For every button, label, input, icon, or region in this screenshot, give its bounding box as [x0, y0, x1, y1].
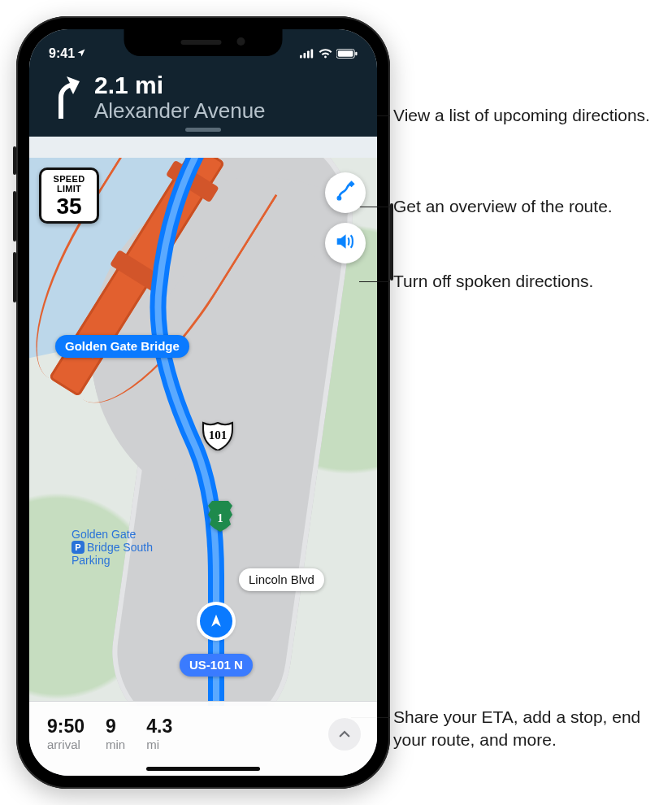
side-button [13, 252, 16, 302]
home-indicator[interactable] [146, 767, 260, 771]
next-turn-distance: 2.1 mi [94, 72, 266, 98]
highway-shield-ca1: 1 [206, 499, 234, 532]
current-road-pill: US-101 N [180, 654, 253, 677]
route-overview-button[interactable] [325, 172, 366, 213]
eta-metric: 9:50 arrival [47, 717, 85, 751]
cellular-icon [300, 49, 314, 59]
poi-line: PBridge South [72, 541, 153, 554]
distance-value: 4.3 [146, 717, 172, 736]
chevron-up-icon [337, 727, 352, 742]
screen: 9:41 2.1 mi Alexander Avenue [29, 29, 377, 776]
speed-limit-sign: SPEED LIMIT 35 [39, 168, 99, 224]
distance-label: mi [146, 738, 172, 751]
speed-limit-label: SPEED [41, 175, 97, 185]
svg-rect-3 [311, 49, 314, 58]
duration-value: 9 [106, 717, 125, 736]
route-tray[interactable]: 9:50 arrival 9 min 4.3 mi [29, 701, 377, 776]
svg-text:1: 1 [218, 512, 223, 524]
svg-rect-0 [300, 54, 302, 58]
callout-tray-expand: Share your ETA, add a stop, end your rou… [393, 706, 653, 752]
route-overview-icon [335, 181, 356, 205]
speaker-icon [335, 231, 356, 255]
poi-line: Golden Gate [72, 528, 153, 541]
next-turn-street: Alexander Avenue [94, 98, 266, 124]
poi-line: Parking [72, 554, 153, 567]
eta-label: arrival [47, 738, 85, 751]
svg-rect-6 [355, 51, 357, 55]
turn-right-arrow-icon [47, 73, 80, 122]
callout-route-overview: Get an overview of the route. [393, 195, 613, 218]
duration-label: min [106, 738, 125, 751]
map-label-bridge[interactable]: Golden Gate Bridge [55, 335, 189, 358]
svg-rect-1 [304, 53, 306, 58]
svg-text:101: 101 [209, 429, 228, 442]
svg-point-7 [337, 196, 341, 200]
heading-arrow-icon [208, 613, 224, 629]
tray-expand-button[interactable] [328, 718, 361, 751]
location-services-icon [76, 46, 86, 61]
battery-icon [336, 49, 358, 59]
map-canvas[interactable]: SPEED LIMIT 35 Golden Gate Bridge 101 [29, 158, 377, 706]
direction-text: 2.1 mi Alexander Avenue [94, 72, 266, 124]
speed-limit-label: LIMIT [41, 185, 97, 194]
poi-parking-label[interactable]: Golden Gate PBridge South Parking [72, 528, 153, 567]
audio-directions-button[interactable] [325, 223, 366, 263]
status-right [300, 49, 358, 59]
highway-shield-us101: 101 [202, 418, 234, 450]
side-button [13, 146, 16, 175]
wifi-icon [319, 49, 332, 59]
duration-metric: 9 min [106, 717, 125, 751]
speed-limit-value: 35 [41, 195, 97, 218]
current-location-puck[interactable] [200, 605, 232, 637]
eta-value: 9:50 [47, 717, 85, 736]
map-label-lincoln[interactable]: Lincoln Blvd [239, 568, 324, 591]
notch [124, 29, 283, 56]
status-time: 9:41 [49, 46, 75, 61]
callout-audio-toggle: Turn off spoken directions. [393, 270, 593, 293]
banner-grabber[interactable] [185, 128, 221, 132]
svg-rect-2 [307, 50, 310, 58]
svg-rect-5 [338, 50, 353, 56]
side-button [13, 191, 16, 242]
phone-frame: 9:41 2.1 mi Alexander Avenue [16, 16, 390, 789]
callout-directions-list: View a list of upcoming directions. [393, 104, 650, 127]
distance-metric: 4.3 mi [146, 717, 172, 751]
parking-icon: P [72, 541, 85, 554]
